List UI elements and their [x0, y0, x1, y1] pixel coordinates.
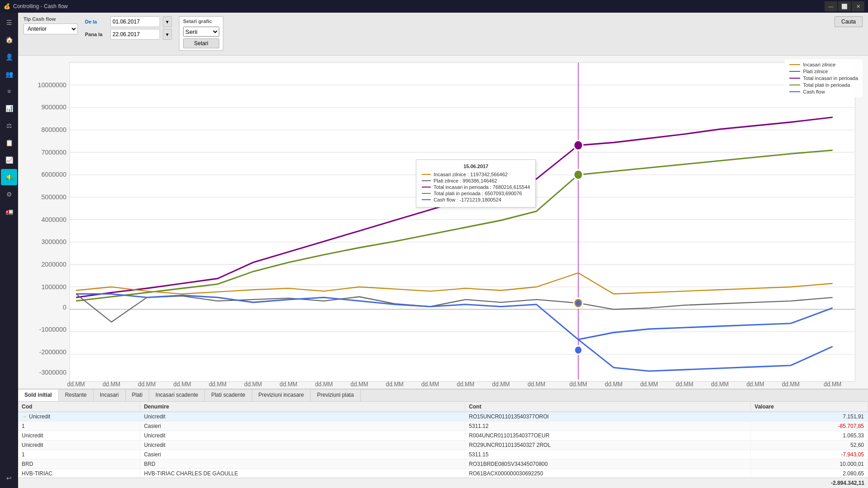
- serii-select[interactable]: Serii: [183, 27, 219, 37]
- sidebar-item-users[interactable]: 👥: [1, 66, 17, 82]
- table-row[interactable]: UnicreditUnicreditRO29UNCR011013540327 2…: [18, 441, 868, 450]
- svg-text:dd.MM: dd.MM: [676, 381, 693, 388]
- tab-incasari[interactable]: Incasari: [94, 389, 126, 401]
- row-cont: RO29UNCR011013540327 2ROL: [465, 441, 751, 450]
- svg-text:dd.MM: dd.MM: [746, 381, 764, 388]
- row-cod: BRD: [18, 460, 140, 469]
- setari-button[interactable]: Setari: [183, 38, 219, 48]
- svg-text:10000000: 10000000: [38, 81, 66, 89]
- tab-restante[interactable]: Restante: [59, 389, 94, 401]
- svg-text:5000000: 5000000: [41, 193, 66, 201]
- table-row[interactable]: BRDBRDRO31BRDE080SV3434507080010.000,01: [18, 460, 868, 469]
- svg-text:dd.MM: dd.MM: [605, 381, 623, 388]
- table-row[interactable]: 1Casieri5311.15-7.943,05: [18, 450, 868, 460]
- svg-text:2000000: 2000000: [41, 260, 66, 268]
- table-row[interactable]: 1Casieri5311.12-85.707,85: [18, 422, 868, 431]
- row-denumire: Casieri: [140, 422, 465, 431]
- panala-label: Pana la: [85, 32, 108, 37]
- sidebar-item-truck[interactable]: 🚛: [1, 203, 17, 220]
- row-cod: HVB-TIRIAC: [18, 469, 140, 478]
- sidebar-item-scale[interactable]: ⚖: [1, 117, 17, 134]
- legend-line-total-plati: [789, 84, 800, 85]
- row-cont: RO15UNCR011013540377OROl: [465, 412, 751, 422]
- tip-cashflow-select[interactable]: Anterior: [24, 23, 78, 34]
- sidebar-item-back[interactable]: ↩: [1, 470, 17, 486]
- col-valoare: Valoare: [751, 402, 868, 412]
- row-denumire: Unicredit: [140, 441, 465, 450]
- legend-line-plati: [789, 71, 800, 72]
- maximize-button[interactable]: ⬜: [838, 1, 851, 11]
- legend-total-incasari: Total incasari in perioada: [789, 75, 858, 81]
- legend-total-plati: Total plati in perioada: [789, 82, 858, 88]
- data-table: Cod Denumire Cont Valoare →UnicreditUnic…: [18, 402, 868, 478]
- panala-input[interactable]: [110, 29, 160, 40]
- svg-text:-3000000: -3000000: [39, 368, 66, 376]
- tab-previziuni-plata[interactable]: Previziuni plata: [311, 389, 360, 401]
- legend-incasari-zilnice: Incasari zilnice: [789, 62, 858, 67]
- dela-input[interactable]: [110, 16, 160, 27]
- row-denumire: Casieri: [140, 450, 465, 460]
- date-group: De la ▼ Pana la ▼: [85, 16, 172, 40]
- table-row[interactable]: →UnicreditUnicreditRO15UNCR011013540377O…: [18, 412, 868, 422]
- svg-text:0: 0: [63, 303, 66, 311]
- svg-text:1000000: 1000000: [41, 283, 66, 291]
- tab-plati-scadente[interactable]: Plati scadente: [205, 389, 252, 401]
- panala-picker-button[interactable]: ▼: [163, 29, 172, 40]
- svg-text:dd.MM: dd.MM: [244, 381, 262, 388]
- svg-text:4000000: 4000000: [41, 216, 66, 223]
- svg-text:6000000: 6000000: [41, 171, 66, 178]
- sidebar-item-home[interactable]: 🏠: [1, 32, 17, 48]
- dela-picker-button[interactable]: ▼: [163, 16, 172, 27]
- sidebar-item-report[interactable]: 📋: [1, 135, 17, 151]
- minimize-button[interactable]: —: [825, 1, 837, 11]
- window-controls: — ⬜ ✕: [825, 1, 864, 11]
- table-row[interactable]: UnicreditUnicreditR004UNCR011013540377OE…: [18, 431, 868, 441]
- row-cont: R004UNCR011013540377OEUR: [465, 431, 751, 441]
- row-denumire: Unicredit: [140, 431, 465, 441]
- table-header-row: Cod Denumire Cont Valoare: [18, 402, 868, 412]
- sidebar-item-trend[interactable]: 📈: [1, 152, 17, 168]
- sidebar-item-settings[interactable]: ⚙: [1, 186, 17, 202]
- sidebar-item-cash[interactable]: 💵: [1, 169, 17, 185]
- legend-line-incasari: [789, 64, 800, 65]
- dela-label: De la: [85, 19, 108, 24]
- row-cod: Unicredit: [18, 441, 140, 450]
- tab-sold-initial[interactable]: Sold initial: [18, 389, 59, 401]
- sidebar-item-user[interactable]: 👤: [1, 49, 17, 65]
- sidebar-item-chart[interactable]: 📊: [1, 100, 17, 117]
- row-cont: RO61BACX000000030692250: [465, 469, 751, 478]
- svg-text:dd.MM: dd.MM: [711, 381, 729, 388]
- table-row[interactable]: HVB-TIRIACHVB-TIRIAC CHARLES DE GAOULLER…: [18, 469, 868, 478]
- row-cont: RO31BRDE080SV34345070800: [465, 460, 751, 469]
- col-cod: Cod: [18, 402, 140, 412]
- svg-text:dd.MM: dd.MM: [421, 381, 439, 388]
- svg-text:dd.MM: dd.MM: [640, 381, 658, 388]
- legend-label-total-plati: Total plati in perioada: [803, 82, 850, 88]
- legend-line-total-incasari: [789, 78, 800, 79]
- row-valoare: 10.000,01: [751, 460, 868, 469]
- tip-cashflow-group: Tip Cash flow Anterior: [24, 16, 78, 34]
- svg-point-54: [574, 170, 583, 180]
- tab-plati[interactable]: Plati: [126, 389, 149, 401]
- legend-label-total-incasari: Total incasari in perioada: [803, 75, 858, 81]
- cauta-button[interactable]: Cauta: [835, 16, 863, 27]
- svg-text:dd.MM: dd.MM: [174, 381, 191, 388]
- sidebar-item-menu[interactable]: ☰: [1, 14, 17, 31]
- row-cod: Unicredit: [18, 431, 140, 441]
- row-cont: 5311.15: [465, 450, 751, 460]
- col-denumire: Denumire: [140, 402, 465, 412]
- col-cont: Cont: [465, 402, 751, 412]
- svg-text:dd.MM: dd.MM: [209, 381, 226, 388]
- legend-label-incasari: Incasari zilnice: [803, 62, 835, 67]
- arrow-icon: →: [22, 413, 27, 420]
- setari-grafic-group: Setari grafic Serii Setari: [179, 16, 223, 51]
- chart-svg: 10000000 9000000 8000000 7000000 6000000…: [18, 56, 868, 389]
- tab-previziuni-incasare[interactable]: Previziuni incasare: [252, 389, 311, 401]
- sidebar-item-list[interactable]: ≡: [1, 83, 17, 99]
- svg-text:-2000000: -2000000: [39, 348, 66, 356]
- legend-label-cashflow: Cash flow: [803, 89, 825, 94]
- tab-incasari-scadente[interactable]: Incasari scadente: [149, 389, 205, 401]
- svg-text:7000000: 7000000: [41, 148, 66, 156]
- close-button[interactable]: ✕: [852, 1, 864, 11]
- legend-plati-zilnice: Plati zilnice: [789, 69, 858, 74]
